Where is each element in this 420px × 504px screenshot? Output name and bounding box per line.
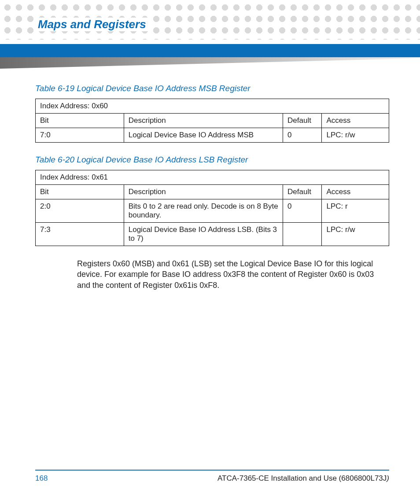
footer-row: 168 ATCA-7365-CE Installation and Use (6… <box>35 474 389 483</box>
table-row: Bit Description Default Access <box>36 185 389 199</box>
page-footer: 168 ATCA-7365-CE Installation and Use (6… <box>35 470 389 483</box>
header-blue-bar <box>0 44 420 57</box>
col-header-bit: Bit <box>36 185 124 199</box>
cell-access: LPC: r <box>322 199 389 223</box>
section-title: Maps and Registers <box>35 18 149 31</box>
table-row: 7:3 Logical Device Base IO Address LSB. … <box>36 223 389 246</box>
document-title-text: ATCA-7365-CE Installation and Use (68068… <box>217 474 387 482</box>
cell-access: LPC: r/w <box>322 128 389 143</box>
cell-bit: 7:0 <box>36 128 124 143</box>
table-row: Bit Description Default Access <box>36 114 389 128</box>
table-row: Index Address: 0x60 <box>36 99 389 114</box>
table-row: 7:0 Logical Device Base IO Address MSB 0… <box>36 128 389 143</box>
table-row: Index Address: 0x61 <box>36 170 389 185</box>
index-address-cell: Index Address: 0x61 <box>36 170 389 185</box>
col-header-desc: Description <box>124 114 283 128</box>
table-caption: Table 6-20 Logical Device Base IO Addres… <box>35 155 389 165</box>
register-table-lsb: Index Address: 0x61 Bit Description Defa… <box>35 170 389 246</box>
cell-access: LPC: r/w <box>322 223 389 246</box>
col-header-bit: Bit <box>36 114 124 128</box>
cell-desc: Bits 0 to 2 are read only. Decode is on … <box>124 199 283 223</box>
document-title-paren: ) <box>387 474 389 482</box>
page-number: 168 <box>35 474 48 483</box>
cell-desc: Logical Device Base IO Address LSB. (Bit… <box>124 223 283 246</box>
document-title: ATCA-7365-CE Installation and Use (68068… <box>217 474 389 483</box>
cell-bit: 2:0 <box>36 199 124 223</box>
page-content: Table 6-19 Logical Device Base IO Addres… <box>35 81 389 291</box>
body-paragraph: Registers 0x60 (MSB) and 0x61 (LSB) set … <box>77 258 387 291</box>
register-table-msb: Index Address: 0x60 Bit Description Defa… <box>35 99 389 143</box>
col-header-access: Access <box>322 114 389 128</box>
col-header-desc: Description <box>124 185 283 199</box>
cell-desc: Logical Device Base IO Address MSB <box>124 128 283 143</box>
table-row: 2:0 Bits 0 to 2 are read only. Decode is… <box>36 199 389 223</box>
cell-default <box>283 223 322 246</box>
header-wedge-gradient <box>0 57 420 69</box>
col-header-default: Default <box>283 185 322 199</box>
cell-default: 0 <box>283 199 322 223</box>
cell-bit: 7:3 <box>36 223 124 246</box>
table-caption: Table 6-19 Logical Device Base IO Addres… <box>35 84 389 93</box>
cell-default: 0 <box>283 128 322 143</box>
col-header-access: Access <box>322 185 389 199</box>
col-header-default: Default <box>283 114 322 128</box>
footer-rule <box>35 470 389 471</box>
index-address-cell: Index Address: 0x60 <box>36 99 389 114</box>
